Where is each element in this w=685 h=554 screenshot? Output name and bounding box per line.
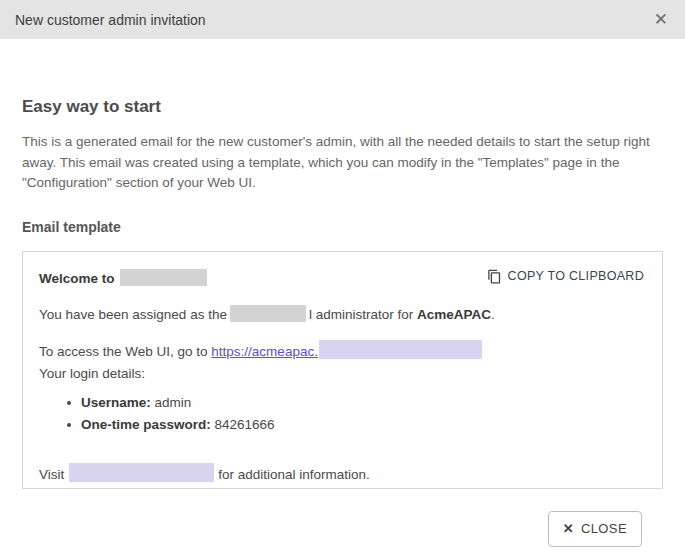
web-ui-link-line: To access the Web UI, go to https://acme… [39,340,646,363]
welcome-line: Welcome to [39,269,207,286]
login-details-list: Username: admin One-time password: 84261… [39,392,646,436]
redacted-customer-name [120,269,207,286]
list-item-username: Username: admin [81,392,646,414]
description-text: This is a generated email for the new cu… [22,132,663,194]
close-button-label: CLOSE [581,521,627,536]
visit-line: Visitfor additional information. [39,463,646,482]
assigned-prefix: You have been assigned as the [39,307,227,322]
dialog-header: New customer admin invitation ✕ [0,0,685,39]
close-button-x-icon: ✕ [563,521,574,536]
welcome-text: Welcome to [39,271,115,286]
company-name: AcmeAPAC [417,307,491,322]
email-template-box: Welcome to COPY TO CLIPBOARD You have be… [22,251,663,489]
dialog-footer: ✕ CLOSE [22,489,663,547]
visit-prefix: Visit [39,467,64,482]
link-prefix: To access the Web UI, go to [39,344,211,359]
dialog-title: New customer admin invitation [15,12,206,28]
username-label: Username: [81,395,151,410]
visit-suffix: for additional information. [218,467,370,482]
copy-to-clipboard-button[interactable]: COPY TO CLIPBOARD [487,269,644,284]
login-details-label: Your login details: [39,363,646,385]
assigned-line: You have been assigned as thel administr… [39,305,646,322]
copy-icon [487,269,502,284]
copy-button-label: COPY TO CLIPBOARD [508,269,644,283]
email-topline: Welcome to COPY TO CLIPBOARD [39,269,646,286]
close-button[interactable]: ✕ CLOSE [548,511,642,547]
close-icon[interactable]: ✕ [652,9,670,30]
password-label: One-time password: [81,417,211,432]
redacted-role [230,305,306,322]
web-ui-link[interactable]: https://acmeapac. [211,344,318,359]
invitation-dialog: New customer admin invitation ✕ Easy way… [0,0,685,554]
password-value: 84261666 [215,417,275,432]
username-value: admin [155,395,192,410]
email-template-label: Email template [22,219,663,235]
list-item-password: One-time password: 84261666 [81,414,646,436]
redacted-url [319,340,482,359]
assigned-period: . [491,307,495,322]
page-heading: Easy way to start [22,97,663,117]
dialog-body: Easy way to start This is a generated em… [0,97,685,547]
redacted-visit-url [69,463,214,482]
assigned-middle: l administrator for [309,307,413,322]
